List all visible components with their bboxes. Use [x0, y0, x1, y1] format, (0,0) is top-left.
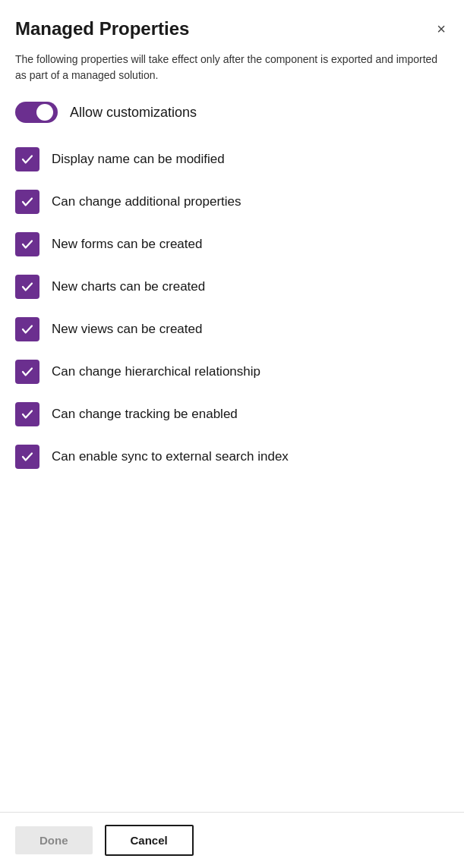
toggle-track	[15, 102, 58, 123]
checkbox-new-charts[interactable]	[15, 275, 39, 299]
checkbox-item-tracking: Can change tracking be enabled	[15, 393, 449, 436]
checkbox-label-new-forms: New forms can be created	[52, 235, 202, 253]
checkbox-sync-search[interactable]	[15, 445, 39, 469]
checkbox-item-new-forms: New forms can be created	[15, 223, 449, 266]
dialog-footer: Done Cancel	[0, 812, 464, 868]
checkbox-hierarchical[interactable]	[15, 360, 39, 384]
close-button[interactable]: ×	[434, 18, 449, 39]
dialog-title: Managed Properties	[15, 18, 189, 39]
checkbox-additional-props[interactable]	[15, 190, 39, 214]
checkbox-label-additional-props: Can change additional properties	[52, 193, 241, 211]
checkbox-label-new-charts: New charts can be created	[52, 278, 205, 296]
checkbox-label-tracking: Can change tracking be enabled	[52, 405, 238, 423]
checkbox-label-display-name: Display name can be modified	[52, 150, 225, 168]
dialog-description: The following properties will take effec…	[15, 52, 449, 83]
checkbox-item-new-views: New views can be created	[15, 308, 449, 351]
checkbox-label-new-views: New views can be created	[52, 320, 202, 338]
checkbox-item-display-name: Display name can be modified	[15, 138, 449, 181]
checkbox-new-views[interactable]	[15, 317, 39, 341]
toggle-switch[interactable]	[15, 102, 58, 123]
checkbox-label-hierarchical: Can change hierarchical relationship	[52, 363, 260, 381]
checkbox-item-hierarchical: Can change hierarchical relationship	[15, 351, 449, 393]
checkbox-item-sync-search: Can enable sync to external search index	[15, 436, 449, 478]
dialog-header: Managed Properties ×	[15, 18, 449, 39]
done-button[interactable]: Done	[15, 826, 93, 854]
allow-customizations-row: Allow customizations	[15, 102, 449, 123]
checkbox-tracking[interactable]	[15, 402, 39, 426]
dialog-content: Managed Properties × The following prope…	[0, 0, 464, 812]
checkbox-display-name[interactable]	[15, 147, 39, 171]
checkbox-item-new-charts: New charts can be created	[15, 266, 449, 308]
checkbox-item-additional-props: Can change additional properties	[15, 181, 449, 223]
checkbox-list: Display name can be modified Can change …	[15, 138, 449, 478]
managed-properties-dialog: Managed Properties × The following prope…	[0, 0, 464, 868]
checkbox-new-forms[interactable]	[15, 232, 39, 256]
toggle-thumb	[36, 104, 53, 121]
toggle-label: Allow customizations	[70, 105, 197, 121]
cancel-button[interactable]: Cancel	[105, 825, 194, 856]
checkbox-label-sync-search: Can enable sync to external search index	[52, 448, 289, 466]
